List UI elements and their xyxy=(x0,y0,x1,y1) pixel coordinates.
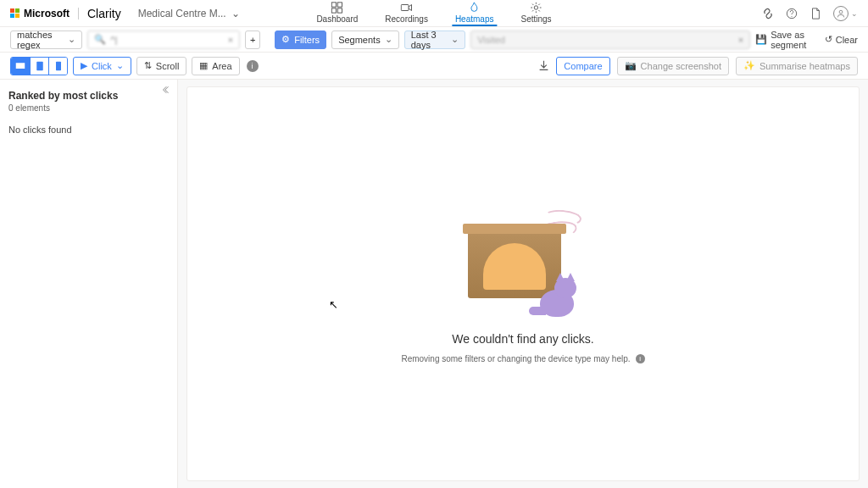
side-panel-empty: No clicks found xyxy=(0,119,177,140)
summarise-button[interactable]: ✨ Summarise heatmaps xyxy=(736,57,858,75)
brand-ms-label: Microsoft xyxy=(24,8,70,19)
area-mode-button[interactable]: ▦ Area xyxy=(192,57,239,75)
long-filter-text: Visited xyxy=(477,35,734,45)
device-mobile-button[interactable] xyxy=(48,58,67,75)
help-icon[interactable] xyxy=(786,8,798,19)
regex-chip-label: matches regex xyxy=(17,30,64,50)
download-icon[interactable] xyxy=(538,60,549,71)
brand-divider xyxy=(78,8,79,19)
document-icon[interactable] xyxy=(810,8,821,19)
microsoft-logo: Microsoft xyxy=(10,8,70,19)
date-range-button[interactable]: Last 3 days ⌄ xyxy=(404,30,466,49)
svg-rect-9 xyxy=(16,63,25,69)
empty-state-illustration xyxy=(459,205,587,324)
chevron-down-icon: ⌄ xyxy=(385,34,392,45)
svg-rect-1 xyxy=(338,3,342,7)
segments-button[interactable]: Segments ⌄ xyxy=(331,30,399,49)
close-icon[interactable]: × xyxy=(738,35,743,45)
nav-recordings[interactable]: Recordings xyxy=(381,0,431,26)
date-range-label: Last 3 days xyxy=(411,30,448,50)
area-icon: ▦ xyxy=(199,60,208,71)
sparkle-icon: ✨ xyxy=(743,60,755,71)
filter-bar: matches regex ⌄ 🔍 ^| × + ⚙ Filters Segme… xyxy=(0,27,868,53)
svg-point-5 xyxy=(534,6,537,9)
refresh-icon: ↺ xyxy=(825,34,832,45)
compare-label: Compare xyxy=(564,61,602,71)
search-icon: 🔍 xyxy=(94,34,106,45)
settings-icon xyxy=(531,2,542,14)
summarise-label: Summarise heatmaps xyxy=(760,61,850,71)
change-screenshot-label: Change screenshot xyxy=(641,61,721,71)
url-chip-text: ^| xyxy=(110,35,224,45)
chevron-down-icon: ⌄ xyxy=(116,60,124,71)
scroll-icon: ⇅ xyxy=(144,60,152,71)
device-toggle-group xyxy=(10,57,68,75)
chevron-down-icon: ⌄ xyxy=(68,34,75,45)
clear-button[interactable]: ↺ Clear xyxy=(825,34,858,45)
filter-icon: ⚙ xyxy=(281,34,290,45)
scroll-mode-button[interactable]: ⇅ Scroll xyxy=(136,57,187,75)
empty-state-subtitle-text: Removing some filters or changing the de… xyxy=(401,354,630,363)
chevron-down-icon: ⌄ xyxy=(851,9,858,18)
scroll-mode-label: Scroll xyxy=(156,61,180,71)
close-icon[interactable]: × xyxy=(228,35,233,45)
area-mode-label: Area xyxy=(212,61,231,71)
side-panel-title: Ranked by most clicks xyxy=(0,88,177,103)
svg-rect-2 xyxy=(332,8,337,13)
header-right: ⌄ xyxy=(762,6,858,21)
camera-icon: 📷 xyxy=(625,60,637,71)
app-header: Microsoft Clarity Medical Centre M... ⌄ … xyxy=(0,0,868,27)
click-mode-button[interactable]: ▶ Click ⌄ xyxy=(73,57,131,75)
change-screenshot-button[interactable]: 📷 Change screenshot xyxy=(617,57,729,75)
svg-rect-3 xyxy=(338,8,342,13)
save-icon: 💾 xyxy=(755,34,767,45)
regex-chip[interactable]: matches regex ⌄ xyxy=(10,30,82,49)
chevron-down-icon: ⌄ xyxy=(451,34,459,45)
project-name-label: Medical Centre M... xyxy=(138,8,226,19)
toolbar-right: Compare 📷 Change screenshot ✨ Summarise … xyxy=(538,57,858,75)
recordings-icon xyxy=(401,2,413,14)
device-desktop-button[interactable] xyxy=(11,58,30,75)
empty-state-title: We couldn't find any clicks. xyxy=(452,332,593,346)
nav-heatmaps-label: Heatmaps xyxy=(455,14,494,24)
click-mode-label: Click xyxy=(92,61,112,71)
heatmap-canvas-container: We couldn't find any clicks. Removing so… xyxy=(178,80,868,488)
long-filter-chip[interactable]: Visited × xyxy=(470,30,750,49)
url-chip[interactable]: 🔍 ^| × xyxy=(87,30,240,49)
brand-app-label: Clarity xyxy=(87,7,121,20)
link-icon[interactable] xyxy=(762,8,774,19)
info-icon[interactable]: i xyxy=(247,60,259,72)
project-selector[interactable]: Medical Centre M... ⌄ xyxy=(138,8,240,19)
nav-heatmaps[interactable]: Heatmaps xyxy=(452,0,498,26)
save-segment-label: Save as segment xyxy=(771,30,818,50)
heatmaps-icon xyxy=(469,2,481,14)
collapse-panel-button[interactable] xyxy=(162,85,172,95)
side-panel-subtitle: 0 elements xyxy=(0,103,177,119)
save-segment-button[interactable]: 💾 Save as segment xyxy=(755,30,818,50)
nav-settings[interactable]: Settings xyxy=(517,0,554,26)
nav-settings-label: Settings xyxy=(520,14,551,24)
side-panel: Ranked by most clicks 0 elements No clic… xyxy=(0,80,178,488)
clear-label: Clear xyxy=(836,35,858,45)
svg-rect-11 xyxy=(56,61,61,70)
info-icon[interactable]: i xyxy=(636,354,645,363)
account-menu[interactable]: ⌄ xyxy=(833,6,858,21)
segments-label: Segments xyxy=(338,35,381,45)
nav-dashboard-label: Dashboard xyxy=(316,14,358,24)
nav-dashboard[interactable]: Dashboard xyxy=(313,0,361,26)
device-tablet-button[interactable] xyxy=(30,58,48,75)
play-icon: ▶ xyxy=(81,60,87,71)
main-body: Ranked by most clicks 0 elements No clic… xyxy=(0,80,868,488)
filter-bar-right: 💾 Save as segment ↺ Clear xyxy=(755,30,858,50)
svg-rect-10 xyxy=(36,61,43,70)
avatar-icon xyxy=(833,6,849,21)
svg-rect-0 xyxy=(332,3,337,7)
microsoft-logo-icon xyxy=(10,8,19,18)
header-nav: Dashboard Recordings Heatmaps Settings xyxy=(313,0,554,26)
chevron-down-icon: ⌄ xyxy=(231,8,240,19)
filters-button[interactable]: ⚙ Filters xyxy=(275,30,326,49)
filters-label: Filters xyxy=(294,35,320,45)
svg-point-8 xyxy=(839,10,843,14)
compare-button[interactable]: Compare xyxy=(556,57,609,75)
add-filter-button[interactable]: + xyxy=(245,30,260,49)
